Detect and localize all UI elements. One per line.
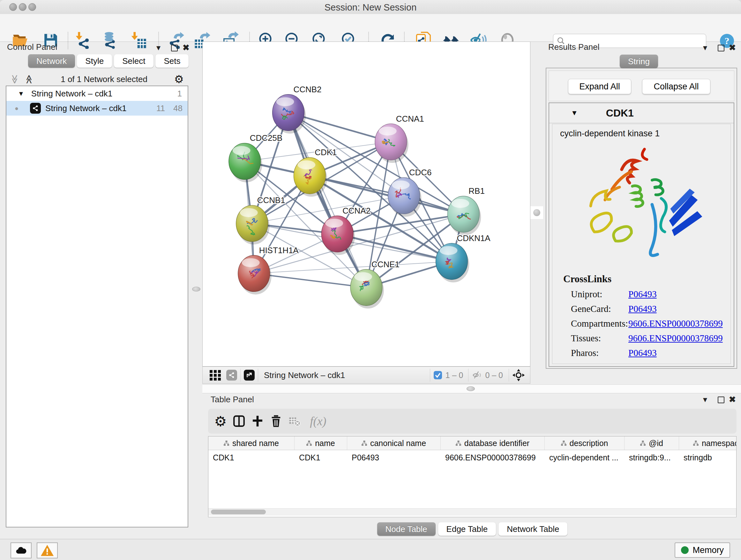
column-header-name[interactable]: name — [294, 436, 347, 450]
collapse-triangle-icon[interactable]: ▼ — [571, 109, 578, 117]
network-share-icon[interactable] — [226, 370, 237, 381]
control-panel-menu-icon[interactable]: ▾ — [156, 44, 160, 52]
protein-structure-image — [552, 144, 731, 271]
node-label: CDK1 — [315, 148, 337, 157]
results-panel-close-icon[interactable]: ✖ — [729, 44, 736, 52]
add-column-icon[interactable] — [248, 412, 267, 430]
table-panel-float-icon[interactable] — [718, 396, 724, 403]
crosslink-link[interactable]: 9606.ENSP00000378699 — [628, 318, 723, 329]
control-panel-tabs: Network Style Select Sets — [28, 54, 189, 68]
toolbar-separator — [430, 369, 430, 381]
horizontal-splitter-grip[interactable] — [467, 386, 475, 391]
expand-all-icon[interactable]: ≪ — [24, 74, 35, 84]
memory-button[interactable]: Memory — [675, 543, 730, 558]
collapse-triangle-icon[interactable]: ▼ — [18, 90, 24, 98]
network-status-dot-icon: ● — [15, 105, 18, 112]
crosslink-link[interactable]: P06493 — [628, 348, 657, 358]
results-panel-float-icon[interactable] — [718, 45, 724, 51]
tab-network-table[interactable]: Network Table — [498, 522, 567, 536]
function-builder-icon[interactable]: f(x) — [304, 412, 333, 430]
import-network-icon[interactable] — [74, 31, 91, 49]
crosslink-label: Pharos: — [571, 348, 628, 358]
crosslink-link[interactable]: 9606.ENSP00000378699 — [628, 333, 723, 344]
left-splitter-grip[interactable] — [192, 287, 200, 292]
control-panel-float-icon[interactable] — [171, 45, 178, 51]
crosslink-row: Pharos:P06493 — [571, 348, 731, 358]
crosslink-row: Tissues:9606.ENSP00000378699 — [571, 333, 731, 344]
table-cell: P06493 — [347, 450, 441, 465]
gene-header-row[interactable]: ▼ CDK1 — [549, 103, 734, 123]
tab-edge-table[interactable]: Edge Table — [438, 522, 496, 536]
column-header-canonical-name[interactable]: canonical name — [347, 436, 441, 450]
network-node-CDC25B[interactable]: CDC25B — [229, 133, 282, 182]
network-row-label: String Network – cdk1 — [45, 104, 126, 113]
birdseye-icon[interactable] — [512, 369, 525, 381]
cloud-button[interactable] — [10, 543, 31, 558]
collapse-all-button[interactable]: Collapse All — [642, 79, 711, 94]
network-row-selected[interactable]: ● String Network – cdk1 11 48 — [6, 101, 188, 116]
node-label: CCNB1 — [257, 196, 285, 205]
results-panel-menu-icon[interactable]: ▾ — [703, 44, 707, 52]
delete-column-icon[interactable] — [267, 412, 285, 430]
selected-checkbox-icon[interactable] — [433, 371, 442, 380]
warning-button[interactable] — [37, 543, 58, 558]
open-view-icon[interactable] — [244, 370, 255, 381]
collapse-all-icon[interactable]: ≫ — [10, 74, 20, 84]
expand-all-button[interactable]: Expand All — [568, 79, 631, 94]
network-node-CCNA1[interactable]: CCNA1 — [375, 114, 424, 163]
network-node-RB1[interactable]: RB1 — [448, 186, 484, 235]
network-node-CDKN1A[interactable]: CDKN1A — [436, 234, 491, 283]
column-label: name — [315, 439, 335, 448]
crosslink-link[interactable]: P06493 — [628, 304, 657, 314]
crosslink-row: Uniprot:P06493 — [571, 289, 731, 300]
toolbar-separator — [240, 369, 241, 381]
toolbar-separator — [68, 32, 68, 49]
network-node-CDK1[interactable]: CDK1 — [293, 148, 337, 197]
table-gear-icon[interactable]: ⚙ — [211, 412, 230, 430]
table-panel-close-icon[interactable]: ✖ — [729, 395, 736, 403]
table-horizontal-scrollbar[interactable] — [208, 508, 736, 516]
network-node-CCNB1[interactable]: CCNB1 — [236, 196, 285, 245]
columns-icon[interactable] — [230, 412, 248, 430]
selection-status: 1 of 1 Network selected — [34, 74, 174, 84]
tab-style[interactable]: Style — [77, 54, 112, 68]
table-cell: CDK1 — [208, 450, 294, 465]
column-header-namespace[interactable]: namespace — [679, 436, 737, 450]
import-database-icon[interactable] — [101, 31, 119, 49]
crosslink-link[interactable]: P06493 — [628, 289, 657, 300]
table-row[interactable]: CDK1CDK1P064939606.ENSP00000378699cyclin… — [208, 450, 736, 465]
column-header--id[interactable]: @id — [624, 436, 679, 450]
tab-string[interactable]: String — [620, 55, 658, 68]
grid-view-icon[interactable] — [210, 369, 221, 381]
control-panel-close-icon[interactable]: ✖ — [183, 44, 190, 52]
scrollbar-thumb[interactable] — [211, 509, 266, 514]
network-node-CCNB2[interactable]: CCNB2 — [273, 85, 322, 134]
table-panel-menu-icon[interactable]: ▾ — [703, 395, 707, 403]
gene-description: cyclin-dependent kinase 1 — [560, 129, 731, 138]
delete-table-icon[interactable] — [285, 412, 304, 430]
network-canvas[interactable]: CCNB2CCNA1CDC25BCDK1CDC6RB1CCNB1CCNA2CDK… — [202, 42, 530, 367]
import-table-icon[interactable] — [129, 31, 147, 49]
network-collection-label: String Network – cdk1 — [31, 89, 112, 99]
column-header-description[interactable]: description — [545, 436, 624, 450]
gear-icon[interactable]: ⚙ — [174, 73, 184, 85]
column-header-shared-name[interactable]: shared name — [208, 436, 294, 450]
network-collection-row[interactable]: ▼ String Network – cdk1 1 — [6, 86, 188, 101]
gene-name: CDK1 — [606, 107, 634, 119]
toolbar-separator — [509, 369, 509, 381]
column-label: description — [569, 439, 608, 448]
node-count: 11 — [156, 104, 165, 113]
view-title: String Network – cdk1 — [264, 370, 345, 380]
node-label: CDC25B — [250, 133, 282, 142]
tab-node-table[interactable]: Node Table — [377, 522, 435, 536]
tab-select[interactable]: Select — [114, 54, 153, 68]
column-header-database-identifier[interactable]: database identifier — [441, 436, 545, 450]
right-splitter-grip[interactable] — [530, 206, 543, 219]
hidden-eye-icon[interactable] — [472, 370, 482, 381]
tab-network[interactable]: Network — [28, 54, 75, 68]
network-node-HIST1H1A[interactable]: HIST1H1A — [238, 246, 299, 295]
network-edge[interactable] — [288, 113, 366, 288]
title-bar: Session: New Session — [0, 0, 741, 14]
tab-sets[interactable]: Sets — [155, 54, 189, 68]
table-cell: CDK1 — [294, 450, 347, 465]
